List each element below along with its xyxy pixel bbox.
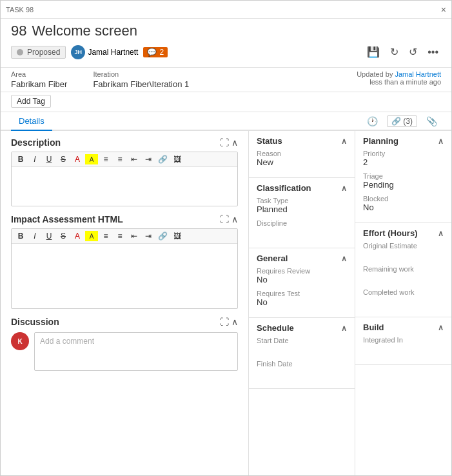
requires-test-value[interactable]: No	[257, 297, 347, 307]
link-button[interactable]: 🔗	[156, 154, 170, 164]
impact-indent-decrease-button[interactable]: ⇤	[128, 231, 141, 241]
impact-link-button[interactable]: 🔗	[156, 231, 170, 241]
comment-input[interactable]: Add a comment	[34, 332, 238, 371]
collapse-description-icon[interactable]: ∧	[231, 137, 238, 148]
undo-button[interactable]: ↺	[406, 45, 420, 59]
triage-value[interactable]: Pending	[363, 180, 444, 190]
planning-title: Planning ∧	[363, 136, 444, 146]
impact-font-color-button[interactable]: A	[71, 231, 84, 241]
history-icon-button[interactable]: 🕐	[363, 115, 382, 128]
task-number: 98	[11, 23, 26, 39]
bold-button[interactable]: B	[14, 154, 27, 164]
impact-italic-button[interactable]: I	[28, 231, 41, 241]
discussion-controls: ⛶ ∧	[220, 317, 238, 327]
toolbar-row: Proposed JH Jamal Hartnett 💬 2 💾 ↻ ↺ •••	[11, 45, 441, 59]
impact-bg-color-button[interactable]: A	[85, 231, 98, 241]
right-col-planning: Planning ∧ Priority 2 Triage Pending B	[355, 131, 451, 475]
link-count-button[interactable]: 🔗 (3)	[387, 115, 417, 127]
task-id: TASK 98	[6, 6, 34, 14]
iteration-label: Iteration	[93, 70, 189, 78]
italic-button[interactable]: I	[28, 154, 41, 164]
build-chevron[interactable]: ∧	[438, 323, 444, 332]
completed-work-field: Completed work	[363, 288, 444, 306]
bg-color-button[interactable]: A	[85, 154, 98, 164]
font-color-button[interactable]: A	[71, 154, 84, 164]
area-value[interactable]: Fabrikam Fiber	[11, 79, 67, 89]
expand-description-icon[interactable]: ⛶	[220, 137, 229, 148]
ol-button[interactable]: ≡	[113, 154, 126, 164]
finish-date-value[interactable]	[257, 368, 347, 378]
task-type-value[interactable]: Planned	[257, 204, 347, 214]
main-header: 98 Welcome screen Proposed JH Jamal Hart…	[1, 19, 451, 68]
description-content[interactable]	[12, 167, 237, 206]
blocked-value[interactable]: No	[363, 203, 444, 212]
original-estimate-field: Original Estimate	[363, 242, 444, 260]
triage-label: Triage	[363, 172, 444, 180]
impact-indent-increase-button[interactable]: ⇥	[142, 231, 155, 241]
expand-impact-icon[interactable]: ⛶	[220, 214, 229, 224]
impact-ul-button[interactable]: ≡	[99, 231, 112, 241]
right-col-status: Status ∧ Reason New Classification ∧	[249, 131, 355, 475]
finish-date-label: Finish Date	[257, 360, 347, 368]
underline-button[interactable]: U	[43, 154, 55, 164]
save-button[interactable]: 💾	[364, 45, 382, 59]
indent-increase-button[interactable]: ⇥	[142, 154, 155, 164]
completed-work-value[interactable]	[363, 296, 444, 306]
tab-details[interactable]: Details	[11, 112, 52, 131]
status-dot	[17, 49, 23, 55]
collapse-discussion-icon[interactable]: ∧	[231, 317, 238, 327]
content-area: Description ⛶ ∧ B I U S A A ≡	[1, 131, 451, 475]
impact-editor[interactable]: B I U S A A ≡ ≡ ⇤ ⇥ 🔗 🖼	[11, 228, 238, 309]
reason-label: Reason	[257, 150, 347, 157]
schedule-chevron[interactable]: ∧	[341, 324, 347, 333]
blocked-field: Blocked No	[363, 195, 444, 212]
requires-test-label: Requires Test	[257, 290, 347, 297]
image-button[interactable]: 🖼	[171, 154, 184, 164]
close-button[interactable]: ×	[441, 5, 446, 15]
attachment-button[interactable]: 📎	[422, 115, 441, 128]
expand-discussion-icon[interactable]: ⛶	[220, 317, 229, 327]
left-panel: Description ⛶ ∧ B I U S A A ≡	[1, 131, 249, 475]
refresh-button[interactable]: ↻	[388, 45, 401, 59]
finish-date-field: Finish Date	[257, 360, 347, 378]
collapse-impact-icon[interactable]: ∧	[231, 214, 238, 224]
impact-image-button[interactable]: 🖼	[171, 231, 184, 241]
impact-underline-button[interactable]: U	[43, 231, 55, 241]
comment-avatar: K	[11, 332, 29, 350]
requires-test-field: Requires Test No	[257, 290, 347, 307]
discipline-value[interactable]	[257, 227, 347, 237]
original-estimate-value[interactable]	[363, 250, 444, 260]
impact-strikethrough-button[interactable]: S	[57, 231, 70, 241]
right-panel: Status ∧ Reason New Classification ∧	[249, 131, 451, 475]
more-button[interactable]: •••	[425, 45, 441, 59]
impact-bold-button[interactable]: B	[14, 231, 27, 241]
general-chevron[interactable]: ∧	[341, 254, 347, 263]
fields-row: Area Fabrikam Fiber Iteration Fabrikam F…	[1, 68, 451, 92]
effort-chevron[interactable]: ∧	[438, 229, 444, 238]
start-date-value[interactable]	[257, 344, 347, 355]
status-badge[interactable]: Proposed	[11, 46, 66, 59]
tag-row: Add Tag	[1, 92, 451, 112]
planning-chevron[interactable]: ∧	[438, 137, 444, 146]
indent-decrease-button[interactable]: ⇤	[128, 154, 141, 164]
classification-chevron[interactable]: ∧	[341, 184, 347, 193]
add-tag-button[interactable]: Add Tag	[11, 95, 51, 108]
user-name: Jamal Hartnett	[88, 48, 138, 57]
reason-value[interactable]: New	[257, 157, 347, 167]
impact-content[interactable]	[12, 244, 237, 308]
priority-value[interactable]: 2	[363, 157, 444, 167]
remaining-work-value[interactable]	[363, 273, 444, 283]
ul-button[interactable]: ≡	[99, 154, 112, 164]
description-editor[interactable]: B I U S A A ≡ ≡ ⇤ ⇥ 🔗 🖼	[11, 152, 238, 206]
comment-badge[interactable]: 💬 2	[143, 47, 168, 57]
requires-review-value[interactable]: No	[257, 275, 347, 284]
integrated-in-value[interactable]	[363, 344, 444, 354]
schedule-title: Schedule ∧	[257, 323, 347, 333]
impact-ol-button[interactable]: ≡	[113, 231, 126, 241]
iteration-value[interactable]: Fabrikam Fiber\Iteration 1	[93, 79, 189, 89]
strikethrough-button[interactable]: S	[57, 154, 70, 164]
description-toolbar: B I U S A A ≡ ≡ ⇤ ⇥ 🔗 🖼	[12, 152, 237, 167]
task-name: Welcome screen	[32, 23, 137, 39]
build-section: Build ∧ Integrated In	[355, 317, 451, 365]
status-chevron[interactable]: ∧	[341, 137, 347, 146]
